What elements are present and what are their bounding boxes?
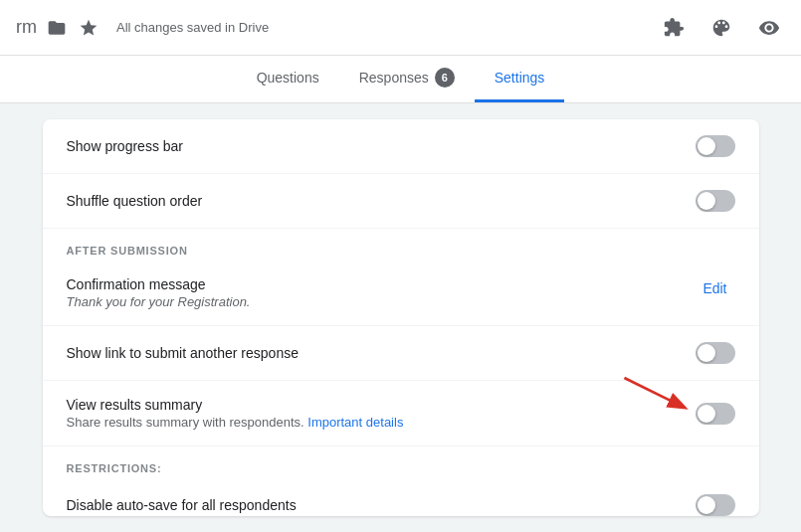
- view-results-sublabel-text: Share results summary with respondents.: [67, 415, 308, 430]
- tab-questions-label: Questions: [257, 70, 319, 86]
- view-results-slider: [696, 403, 735, 425]
- tab-settings[interactable]: Settings: [475, 56, 565, 102]
- shuffle-question-toggle[interactable]: [696, 190, 735, 212]
- disable-autosave-content: Disable auto-save for all respondents: [67, 497, 696, 513]
- shuffle-question-label: Shuffle question order: [67, 193, 696, 209]
- after-submission-header: AFTER SUBMISSION: [43, 229, 759, 261]
- show-progress-bar-slider: [696, 135, 735, 157]
- tab-responses-label: Responses: [359, 70, 429, 86]
- submit-another-slider: [696, 342, 735, 364]
- app-name: rm: [16, 17, 37, 38]
- eye-icon[interactable]: [753, 12, 785, 44]
- show-progress-bar-toggle[interactable]: [696, 135, 735, 157]
- submit-another-toggle[interactable]: [696, 342, 735, 364]
- tab-responses[interactable]: Responses 6: [339, 56, 475, 102]
- show-progress-bar-label: Show progress bar: [67, 138, 696, 154]
- star-icon[interactable]: [77, 16, 100, 40]
- confirmation-message-label: Confirmation message: [67, 276, 696, 292]
- submit-another-label: Show link to submit another response: [67, 345, 696, 361]
- confirmation-message-row: Confirmation message Thank you for your …: [43, 261, 759, 326]
- tab-bar: Questions Responses 6 Settings: [0, 56, 801, 103]
- palette-icon[interactable]: [705, 12, 737, 44]
- disable-autosave-row: Disable auto-save for all respondents: [43, 478, 759, 516]
- confirmation-message-edit-button[interactable]: Edit: [695, 276, 734, 300]
- view-results-sublabel: Share results summary with respondents. …: [67, 415, 696, 430]
- responses-badge: 6: [435, 68, 455, 88]
- saved-status: All changes saved in Drive: [116, 20, 269, 35]
- confirmation-message-sublabel: Thank you for your Registration.: [67, 294, 696, 309]
- shuffle-question-row: Shuffle question order: [43, 174, 759, 229]
- settings-card: Show progress bar Shuffle question order…: [43, 119, 759, 516]
- main-content: Show progress bar Shuffle question order…: [0, 103, 801, 532]
- view-results-row: View results summary Share results summa…: [43, 381, 759, 446]
- disable-autosave-label: Disable auto-save for all respondents: [67, 497, 696, 513]
- tab-settings-label: Settings: [495, 70, 545, 86]
- folder-icon[interactable]: [45, 16, 69, 40]
- top-bar: rm All changes saved in Drive: [0, 0, 801, 56]
- view-results-label: View results summary: [67, 397, 696, 413]
- extensions-icon[interactable]: [658, 12, 690, 44]
- confirmation-message-content: Confirmation message Thank you for your …: [67, 276, 696, 309]
- important-details-link[interactable]: Important details: [307, 415, 403, 430]
- submit-another-row: Show link to submit another response: [43, 326, 759, 381]
- show-progress-bar-row: Show progress bar: [43, 119, 759, 174]
- show-progress-bar-content: Show progress bar: [67, 138, 696, 154]
- top-bar-right: [658, 12, 785, 44]
- submit-another-content: Show link to submit another response: [67, 345, 696, 361]
- shuffle-question-slider: [696, 190, 735, 212]
- top-bar-left: rm All changes saved in Drive: [16, 16, 658, 40]
- restrictions-header: RESTRICTIONS:: [43, 446, 759, 478]
- shuffle-question-content: Shuffle question order: [67, 193, 696, 209]
- disable-autosave-slider: [696, 494, 735, 516]
- view-results-content: View results summary Share results summa…: [67, 397, 696, 430]
- view-results-toggle[interactable]: [696, 403, 735, 425]
- disable-autosave-toggle[interactable]: [696, 494, 735, 516]
- tab-questions[interactable]: Questions: [237, 56, 339, 102]
